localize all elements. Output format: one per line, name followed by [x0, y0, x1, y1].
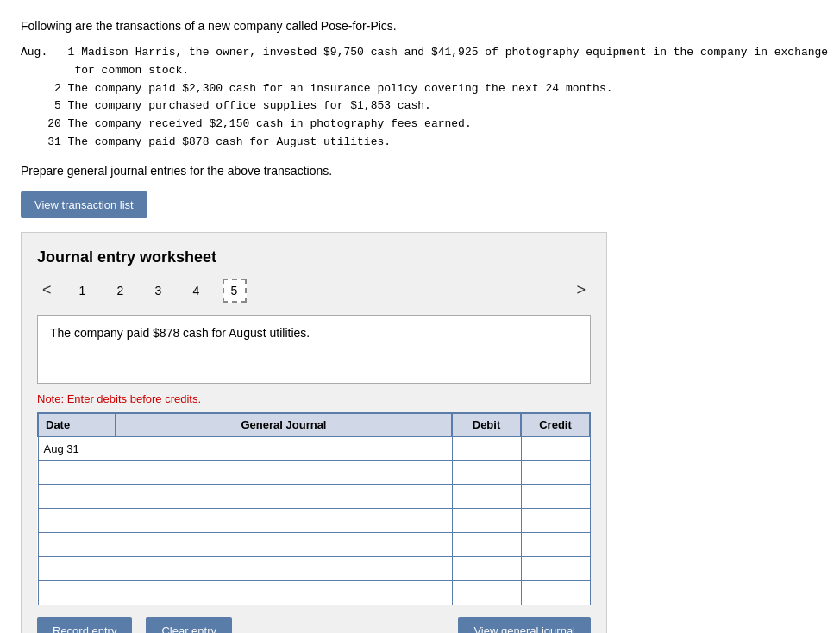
date-input-4[interactable] [44, 514, 110, 527]
date-input-6[interactable] [44, 562, 110, 575]
credit-input-4[interactable] [527, 514, 585, 527]
date-input-2[interactable] [44, 466, 110, 479]
chevron-left-icon[interactable]: < [37, 279, 57, 301]
intro-line: Following are the transactions of a new … [21, 17, 819, 35]
table-row: Aug 31 [38, 436, 590, 461]
gj-input-6[interactable] [122, 562, 447, 575]
note-text: Note: Enter debits before credits. [37, 392, 591, 405]
tab-5[interactable]: 5 [223, 279, 247, 303]
credit-input-7[interactable] [527, 586, 585, 599]
credit-input-6[interactable] [527, 562, 585, 575]
gj-input-2[interactable] [122, 466, 447, 479]
credit-cell-3[interactable] [521, 485, 590, 509]
table-row [38, 509, 590, 533]
bottom-buttons: Record entry Clear entry View general jo… [37, 617, 591, 633]
debit-cell-2[interactable] [452, 461, 521, 485]
credit-input-3[interactable] [527, 490, 585, 503]
tab-3[interactable]: 3 [147, 279, 171, 303]
credit-cell-5[interactable] [521, 533, 590, 557]
debit-input-5[interactable] [458, 538, 516, 551]
view-general-journal-button[interactable]: View general journal [458, 617, 591, 633]
date-cell-6[interactable] [38, 557, 116, 581]
gj-cell-7[interactable] [116, 581, 452, 605]
worksheet-container: Journal entry worksheet < 1 2 3 4 5 > Th… [21, 232, 607, 633]
gj-cell-1[interactable] [116, 436, 452, 461]
table-row [38, 581, 590, 605]
debit-cell-7[interactable] [452, 581, 521, 605]
debit-input-3[interactable] [458, 490, 516, 503]
tab-1[interactable]: 1 [71, 279, 95, 303]
gj-cell-6[interactable] [116, 557, 452, 581]
credit-cell-4[interactable] [521, 509, 590, 533]
debit-input-6[interactable] [458, 562, 516, 575]
credit-input-5[interactable] [527, 538, 585, 551]
debit-cell-4[interactable] [452, 509, 521, 533]
transaction-description-text: The company paid $878 cash for August ut… [50, 326, 310, 340]
date-input-3[interactable] [44, 490, 110, 503]
view-transaction-list-button[interactable]: View transaction list [21, 191, 147, 218]
col-header-date: Date [38, 413, 116, 436]
date-input-5[interactable] [44, 538, 110, 551]
gj-cell-3[interactable] [116, 485, 452, 509]
date-cell-1: Aug 31 [38, 436, 116, 461]
credit-cell-2[interactable] [521, 461, 590, 485]
gj-input-4[interactable] [122, 514, 447, 527]
date-cell-3[interactable] [38, 485, 116, 509]
transaction-description-box: The company paid $878 cash for August ut… [37, 315, 591, 384]
debit-input-1[interactable] [458, 442, 516, 455]
date-input-7[interactable] [44, 586, 110, 599]
credit-input-1[interactable] [527, 442, 585, 455]
debit-cell-3[interactable] [452, 485, 521, 509]
gj-input-1[interactable] [122, 442, 447, 455]
clear-entry-button[interactable]: Clear entry [146, 617, 232, 633]
month-label: Aug. [21, 46, 47, 59]
table-row [38, 461, 590, 485]
prepare-text: Prepare general journal entries for the … [21, 164, 819, 178]
gj-cell-4[interactable] [116, 509, 452, 533]
journal-table: Date General Journal Debit Credit Aug 31 [37, 412, 591, 606]
chevron-right-icon[interactable]: > [571, 279, 591, 301]
credit-input-2[interactable] [527, 466, 585, 479]
credit-cell-6[interactable] [521, 557, 590, 581]
table-row [38, 533, 590, 557]
record-entry-button[interactable]: Record entry [37, 617, 132, 633]
tab-2[interactable]: 2 [109, 279, 133, 303]
worksheet-title: Journal entry worksheet [37, 248, 591, 266]
gj-input-3[interactable] [122, 490, 447, 503]
date-cell-5[interactable] [38, 533, 116, 557]
credit-cell-1[interactable] [521, 436, 590, 461]
date-cell-2[interactable] [38, 461, 116, 485]
debit-cell-1[interactable] [452, 436, 521, 461]
date-cell-4[interactable] [38, 509, 116, 533]
credit-cell-7[interactable] [521, 581, 590, 605]
debit-cell-6[interactable] [452, 557, 521, 581]
table-row [38, 485, 590, 509]
debit-input-2[interactable] [458, 466, 516, 479]
debit-input-7[interactable] [458, 586, 516, 599]
date-cell-7[interactable] [38, 581, 116, 605]
debit-input-4[interactable] [458, 514, 516, 527]
transactions-block: Aug. 1 Madison Harris, the owner, invest… [21, 44, 819, 152]
tab-4[interactable]: 4 [185, 279, 209, 303]
col-header-credit: Credit [521, 413, 590, 436]
col-header-debit: Debit [452, 413, 521, 436]
gj-input-5[interactable] [122, 538, 447, 551]
tab-navigation: < 1 2 3 4 5 > [37, 279, 591, 303]
gj-cell-2[interactable] [116, 461, 452, 485]
col-header-gj: General Journal [116, 413, 452, 436]
gj-cell-5[interactable] [116, 533, 452, 557]
first-date-label: Aug 31 [44, 442, 79, 455]
debit-cell-5[interactable] [452, 533, 521, 557]
gj-input-7[interactable] [122, 586, 447, 599]
table-row [38, 557, 590, 581]
